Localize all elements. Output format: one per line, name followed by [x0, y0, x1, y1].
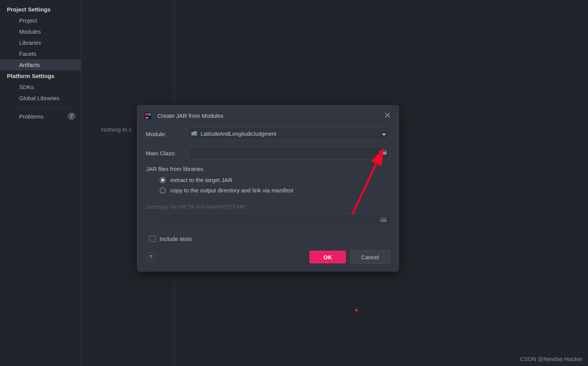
dialog-header: Create JAR from Modules — [137, 106, 399, 126]
browse-main-class-icon[interactable] — [380, 150, 387, 156]
help-button[interactable]: ? — [146, 252, 156, 262]
svg-rect-1 — [145, 113, 147, 115]
dialog-title: Create JAR from Modules — [157, 112, 383, 119]
radio-extract-label: extract to the target JAR — [170, 177, 232, 183]
svg-rect-2 — [148, 113, 150, 115]
sidebar-item-libraries[interactable]: Libraries — [0, 37, 81, 48]
cancel-button[interactable]: Cancel — [350, 251, 390, 264]
sidebar-item-artifacts[interactable]: Artifacts — [0, 59, 81, 70]
project-settings-section-title: Project Settings — [0, 4, 81, 15]
dialog-footer: ? OK Cancel — [137, 242, 399, 265]
manifest-dir-field — [159, 214, 390, 227]
jar-files-section-label: JAR files from libraries — [146, 166, 390, 172]
sidebar-item-modules[interactable]: Modules — [0, 26, 81, 37]
browse-manifest-dir-icon[interactable] — [380, 217, 387, 224]
sidebar-item-label: Problems — [19, 113, 43, 120]
watermark-text: CSDN @Newbie Hacker — [520, 356, 583, 362]
sidebar-item-label: Libraries — [19, 39, 41, 46]
sidebar-item-label: Modules — [19, 28, 41, 35]
module-combobox[interactable]: LatitudeAndLongitudeJudgment — [187, 127, 390, 140]
ok-button[interactable]: OK — [309, 251, 346, 264]
radio-copy[interactable]: copy to the output directory and link vi… — [160, 187, 390, 194]
intellij-icon — [144, 112, 151, 119]
settings-sidebar: Project Settings Project Modules Librari… — [0, 0, 81, 366]
sidebar-item-label: Global Libraries — [19, 95, 59, 101]
sidebar-item-problems[interactable]: Problems 7 — [0, 110, 81, 122]
chevron-down-icon — [382, 131, 386, 137]
dialog-body: Module: LatitudeAndLongitudeJudgment Mai… — [137, 126, 399, 242]
close-icon[interactable] — [383, 111, 392, 120]
svg-rect-3 — [145, 117, 148, 118]
radio-copy-label: copy to the output directory and link vi… — [170, 187, 293, 194]
main-class-field[interactable] — [187, 146, 390, 159]
include-tests-checkbox[interactable]: Include tests — [149, 235, 390, 242]
radio-copy-icon — [160, 187, 166, 194]
module-icon — [191, 131, 198, 137]
main-class-label: Main Class: — [146, 150, 187, 156]
module-row: Module: LatitudeAndLongitudeJudgment — [146, 127, 390, 140]
platform-settings-section-title: Platform Settings — [0, 70, 81, 81]
problems-count-badge: 7 — [68, 112, 75, 120]
annotation-dot-icon — [355, 309, 358, 311]
radio-extract[interactable]: extract to the target JAR — [160, 177, 390, 183]
sidebar-item-label: Artifacts — [19, 62, 40, 68]
svg-rect-4 — [195, 133, 197, 136]
sidebar-item-label: Project — [19, 17, 37, 24]
include-tests-label: Include tests — [160, 236, 192, 242]
empty-state-text: Nothing to s — [101, 126, 132, 133]
module-label: Module: — [146, 131, 187, 137]
sidebar-item-project[interactable]: Project — [0, 15, 81, 26]
create-jar-dialog: Create JAR from Modules Module: Latitude… — [137, 105, 399, 272]
sidebar-divider — [11, 107, 72, 108]
main-class-row: Main Class: — [146, 146, 390, 159]
sidebar-item-label: SDKs — [19, 84, 34, 90]
sidebar-item-facets[interactable]: Facets — [0, 48, 81, 59]
checkbox-icon — [149, 235, 156, 242]
sidebar-item-sdks[interactable]: SDKs — [0, 81, 81, 93]
main-class-input[interactable] — [191, 150, 387, 156]
module-value: LatitudeAndLongitudeJudgment — [201, 131, 276, 137]
manifest-dir-label: Directory for META-INF/MANIFEST.MF: — [146, 203, 390, 210]
radio-extract-icon — [160, 177, 166, 183]
sidebar-item-label: Facets — [19, 50, 36, 57]
sidebar-item-global-libraries[interactable]: Global Libraries — [0, 93, 81, 104]
